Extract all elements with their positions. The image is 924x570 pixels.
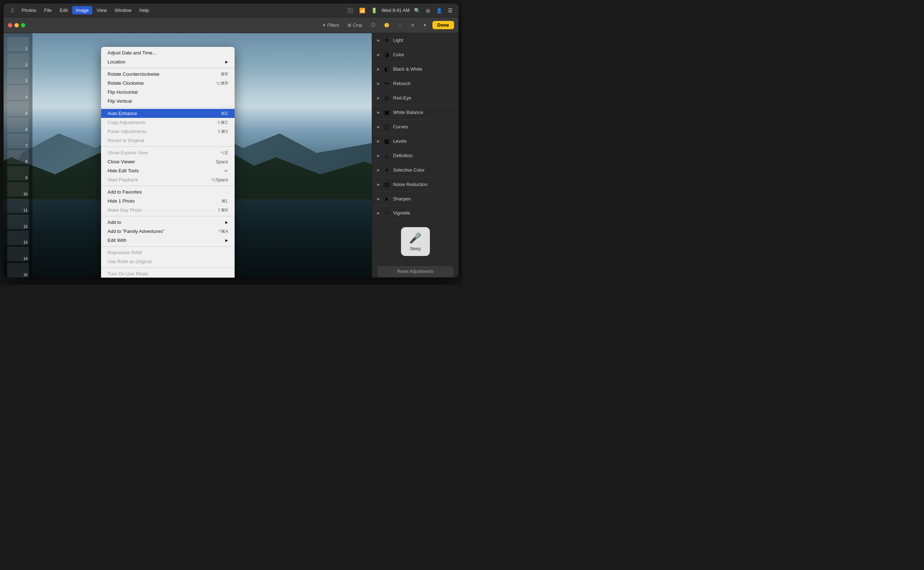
menu-item-label: Add to Favorites <box>108 189 220 195</box>
emoji-button[interactable]: 🙂 <box>381 21 392 29</box>
menu-item-label: Copy Adjustments <box>108 120 210 125</box>
magic-button[interactable]: ✦ <box>420 21 429 29</box>
list-item[interactable]: 9 <box>7 166 29 181</box>
disclosure-arrow-icon: ▶ <box>377 168 380 172</box>
list-item[interactable]: 6 <box>7 118 29 132</box>
battery-icon[interactable]: 🔋 <box>370 8 379 13</box>
vignette-icon: ○ <box>383 210 390 216</box>
menu-item-flip-horizontal[interactable]: Flip Horizontal <box>101 87 235 97</box>
list-item[interactable]: 5 <box>7 101 29 116</box>
menu-item-auto-enhance[interactable]: Auto Enhance ⌘E <box>101 109 235 118</box>
menu-item-add-to-album[interactable]: Add to "Family Adventures" ^⌘A <box>101 227 235 236</box>
definition-icon: △ <box>383 152 390 159</box>
menu-item-label: Adjust Date and Time... <box>108 50 228 55</box>
siri-icon[interactable]: ◎ <box>424 8 432 13</box>
adjustment-color[interactable]: ▶ ◑ Color <box>372 48 458 62</box>
adjustment-label: Selective Color <box>393 167 424 173</box>
list-item[interactable]: 7 <box>7 134 29 149</box>
sleep-label: Sleep <box>410 246 421 251</box>
wifi-icon[interactable]: 📶 <box>358 8 367 13</box>
reset-adjustments-button[interactable]: Reset Adjustments <box>377 266 454 277</box>
list-item[interactable]: 13 <box>7 231 29 245</box>
adjustment-vignette[interactable]: ▶ ○ Vignette <box>372 206 458 220</box>
menu-view[interactable]: View <box>93 6 111 14</box>
menu-item-adjust-date[interactable]: Adjust Date and Time... <box>101 48 235 57</box>
info-button[interactable]: ⓘ <box>368 21 378 29</box>
adjustment-label: White Balance <box>393 110 423 115</box>
list-item[interactable]: 3 <box>7 69 29 84</box>
crop-button[interactable]: ⊞ Crop <box>345 21 365 29</box>
adjustment-wb[interactable]: ▶ ▣ White Balance <box>372 105 458 120</box>
selective-color-icon: ✦ <box>383 167 390 173</box>
adjustment-bw[interactable]: ▶ ◐ Black & White <box>372 62 458 77</box>
menu-item-revert-original: Revert to Original <box>101 136 235 145</box>
menu-item-label: Add to "Family Adventures" <box>108 228 212 234</box>
menu-item-label: Auto Enhance <box>108 111 214 116</box>
content-area: 1 2 3 4 5 6 7 8 9 10 11 12 13 14 15 <box>4 33 458 277</box>
curves-icon: ◫ <box>383 123 390 130</box>
adjustment-selective-color[interactable]: ▶ ✦ Selective Color <box>372 163 458 178</box>
menu-item-hide-edit-tools[interactable]: Hide Edit Tools ↵ <box>101 166 235 175</box>
disclosure-arrow-icon: ▶ <box>377 153 380 158</box>
menu-item-add-favorites[interactable]: Add to Favorites . <box>101 187 235 196</box>
light-icon: ☀ <box>383 37 390 44</box>
list-item[interactable]: 14 <box>7 247 29 261</box>
menu-image[interactable]: Image <box>72 6 92 14</box>
menu-item-rotate-cw[interactable]: Rotate Clockwise ⌥⌘R <box>101 78 235 87</box>
menu-item-close-viewer[interactable]: Close Viewer Space <box>101 157 235 166</box>
menu-item-edit-with[interactable]: Edit With ▶ <box>101 236 235 245</box>
minimize-button[interactable] <box>14 23 19 28</box>
menu-photos[interactable]: Photos <box>18 6 40 14</box>
adjustment-retouch[interactable]: ▶ ✏ Retouch <box>372 77 458 91</box>
disclosure-arrow-icon: ▶ <box>377 38 380 42</box>
separator <box>101 246 235 247</box>
crop-icon: ⊞ <box>347 23 351 28</box>
menu-item-label: Edit With <box>108 238 222 243</box>
sleep-button[interactable]: 🎤 Sleep <box>401 227 430 256</box>
menu-file[interactable]: File <box>40 6 55 14</box>
menu-window[interactable]: Window <box>111 6 135 14</box>
filters-button[interactable]: ✦ Filters <box>320 21 342 29</box>
adjustment-curves[interactable]: ▶ ◫ Curves <box>372 120 458 134</box>
share-button[interactable]: ↺ <box>408 21 417 29</box>
close-button[interactable] <box>8 23 12 28</box>
list-item[interactable]: 2 <box>7 53 29 68</box>
separator <box>101 68 235 68</box>
heart-button[interactable]: ♡ <box>395 21 405 29</box>
list-item[interactable]: 4 <box>7 85 29 100</box>
list-item[interactable]: 15 <box>7 263 29 277</box>
list-icon[interactable]: ☰ <box>446 8 454 13</box>
adjustment-sharpen[interactable]: ▶ ▲ Sharpen <box>372 192 458 206</box>
airplay-icon[interactable]: ⬛ <box>346 8 355 13</box>
menu-item-use-raw: Use RAW as Original <box>101 257 235 266</box>
list-item[interactable]: 10 <box>7 182 29 197</box>
apple-menu[interactable]:  <box>8 7 17 14</box>
disclosure-arrow-icon: ▶ <box>377 110 380 114</box>
adjustment-redeye[interactable]: ▶ ◎ Red-Eye <box>372 91 458 105</box>
menu-item-hide-photo[interactable]: Hide 1 Photo ⌘L <box>101 196 235 205</box>
shortcut-label: . <box>227 190 228 195</box>
user-icon[interactable]: 👤 <box>435 8 444 13</box>
menu-edit[interactable]: Edit <box>56 6 71 14</box>
menu-item-copy-adjustments: Copy Adjustments ⇧⌘C <box>101 118 235 127</box>
filters-icon: ✦ <box>322 23 326 28</box>
menu-item-location[interactable]: Location ▶ <box>101 57 235 66</box>
adjustment-light[interactable]: ▶ ☀ Light <box>372 33 458 48</box>
menu-item-flip-vertical[interactable]: Flip Vertical <box>101 97 235 106</box>
menu-item-add-to[interactable]: Add to ▶ <box>101 218 235 227</box>
disclosure-arrow-icon: ▶ <box>377 139 380 143</box>
menu-item-label: Use RAW as Original <box>108 259 228 264</box>
adjustment-levels[interactable]: ▶ ▦ Levels <box>372 134 458 149</box>
list-item[interactable]: 1 <box>7 37 29 52</box>
list-item[interactable]: 8 <box>7 150 29 165</box>
menu-item-rotate-ccw[interactable]: Rotate Counterclockwise ⌘R <box>101 70 235 78</box>
menu-help[interactable]: Help <box>136 6 153 14</box>
list-item[interactable]: 12 <box>7 215 29 229</box>
done-button[interactable]: Done <box>432 21 454 29</box>
photo-area: 1 2 3 4 5 6 7 8 9 10 11 12 13 14 15 <box>4 33 372 277</box>
search-icon[interactable]: 🔍 <box>412 8 421 13</box>
adjustment-definition[interactable]: ▶ △ Definition <box>372 149 458 163</box>
adjustment-noise[interactable]: ▶ ▤ Noise Reduction <box>372 178 458 192</box>
list-item[interactable]: 11 <box>7 198 29 213</box>
maximize-button[interactable] <box>21 23 25 28</box>
